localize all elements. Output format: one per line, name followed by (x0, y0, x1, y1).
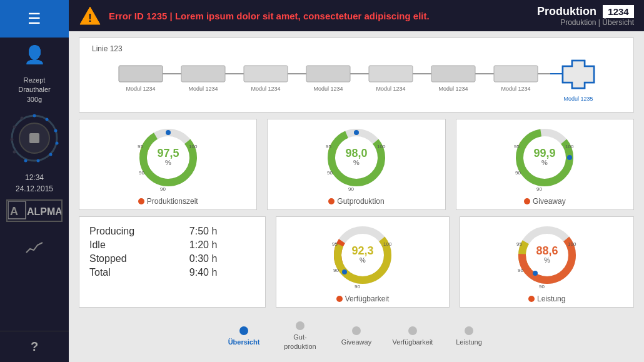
svg-text:99,9: 99,9 (534, 147, 556, 159)
svg-text:Modul 1234: Modul 1234 (376, 86, 405, 92)
gauge-svg-verfugbarkeit: 90 90 95 100 92,3 % (328, 221, 397, 289)
svg-text:90: 90 (139, 170, 144, 176)
gauges-area: 90 90 95 100 97,5 % (79, 119, 634, 308)
svg-rect-27 (369, 66, 413, 82)
svg-rect-23 (244, 66, 288, 82)
tab-ubersicht[interactable]: Übersicht (216, 324, 272, 349)
svg-point-70 (567, 155, 572, 160)
gauge-svg-gutproduktion: 90 90 95 100 98,0 % (322, 123, 391, 192)
menu-button[interactable]: ☰ (0, 0, 69, 38)
modules-svg: Modul 1234 Modul 1234 Modul 1234 Modul 1… (92, 58, 621, 105)
svg-point-4 (56, 142, 59, 145)
gauge-produktionszeit: 90 90 95 100 97,5 % (79, 119, 257, 210)
page-title: Produktion (537, 5, 596, 18)
tab-verfugbarkeit[interactable]: Verfügbarkeit (385, 324, 441, 349)
stats-value: 0:30 h (189, 252, 255, 266)
stats-label: Stopped (89, 252, 189, 266)
tab-dot-giveaway (352, 326, 361, 335)
tab-label-gutproduktion: Gut-produktion (284, 333, 316, 351)
line-title: Linie 123 (92, 44, 621, 53)
svg-text:Modul 1234: Modul 1234 (126, 86, 155, 92)
gauge-label-produktionszeit: Produktionszeit (138, 197, 198, 206)
svg-rect-21 (181, 66, 225, 82)
svg-text:98,0: 98,0 (345, 147, 367, 159)
svg-text:92,3: 92,3 (351, 244, 373, 257)
stats-value: 7:50 h (189, 224, 255, 238)
header-right: Produktion 1234 Produktion | Übersicht (537, 5, 634, 27)
breadcrumb: Produktion | Übersicht (560, 18, 634, 27)
svg-text:90: 90 (333, 268, 339, 273)
alpma-logo-svg: A ALPMA (8, 201, 61, 220)
alpma-logo: A ALPMA (6, 199, 63, 222)
stats-row: Stopped0:30 h (89, 252, 255, 266)
gauge-label-text-gutproduktion: Gutproduktion (337, 197, 384, 206)
svg-point-6 (37, 159, 40, 163)
svg-point-5 (49, 153, 53, 156)
svg-text:90: 90 (160, 186, 166, 192)
gauge-verfugbarkeit: 90 90 95 100 92,3 % Verfügbarkeit (276, 216, 450, 308)
svg-rect-13 (29, 133, 39, 143)
svg-text:90: 90 (355, 284, 360, 289)
time-display: 12:34 24.12.2015 (16, 172, 53, 194)
stats-card: Producing7:50 hIdle1:20 hStopped0:30 hTo… (79, 216, 266, 308)
stats-row: Total9:40 h (89, 266, 255, 279)
svg-point-11 (21, 117, 24, 120)
svg-rect-19 (119, 66, 163, 82)
tab-giveaway[interactable]: Giveaway (328, 324, 385, 349)
knob-svg[interactable] (9, 113, 59, 163)
svg-point-7 (24, 159, 28, 163)
gauge-label-giveaway: Giveaway (524, 197, 566, 206)
header-id: 1234 (603, 5, 634, 18)
gauge-svg-produktionszeit: 90 90 95 100 97,5 % (134, 123, 203, 192)
chart-icon (25, 240, 44, 255)
user-icon: 👤 (24, 44, 46, 65)
help-button[interactable]: ? (0, 331, 69, 362)
user-button[interactable]: 👤 (0, 38, 69, 72)
svg-text:%: % (165, 159, 171, 166)
stats-label: Idle (89, 238, 189, 252)
svg-text:88,6: 88,6 (536, 244, 558, 257)
svg-rect-29 (431, 66, 475, 82)
svg-text:90: 90 (327, 170, 333, 176)
svg-text:95: 95 (516, 241, 522, 247)
svg-rect-37 (563, 67, 593, 82)
help-icon: ? (31, 339, 38, 354)
svg-text:%: % (360, 256, 366, 264)
svg-text:%: % (544, 256, 550, 264)
hamburger-icon: ☰ (28, 11, 41, 26)
svg-text:95: 95 (514, 144, 520, 149)
svg-point-2 (46, 118, 49, 121)
recipe-label: Rezept Drauthaler 300g (13, 72, 55, 108)
tab-dot-gutproduktion (296, 321, 304, 330)
gauge-label-text-giveaway: Giveaway (533, 197, 566, 206)
stats-value: 1:20 h (189, 238, 255, 252)
header: ! Error ID 1235 | Lorem ipsum dolor sit … (69, 0, 644, 31)
gauge-svg-giveaway: 90 90 95 100 99,9 % (510, 123, 579, 192)
gauge-svg-wrap-verfugbarkeit: 90 90 95 100 92,3 % (328, 221, 397, 292)
svg-point-1 (33, 114, 36, 118)
stats-value: 9:40 h (189, 266, 255, 279)
gauge-label-text-produktionszeit: Produktionszeit (147, 197, 198, 206)
svg-text:Modul 1234: Modul 1234 (251, 86, 280, 92)
svg-text:100: 100 (189, 144, 198, 149)
knob-container (9, 113, 59, 163)
gauge-svg-leistung: 90 90 95 100 88,6 % (513, 221, 581, 289)
gauge-label-leistung: Leistung (528, 294, 565, 303)
tab-gutproduktion[interactable]: Gut-produktion (272, 319, 328, 353)
svg-point-3 (54, 129, 58, 133)
chart-button[interactable] (0, 232, 69, 263)
tab-leistung[interactable]: Leistung (441, 324, 497, 349)
gauge-label-gutproduktion: Gutproduktion (328, 197, 384, 206)
gauges-top-row: 90 90 95 100 97,5 % (79, 119, 634, 210)
svg-text:90: 90 (348, 186, 354, 192)
tab-dot-verfugbarkeit (408, 326, 417, 335)
gauge-svg-wrap-giveaway: 90 90 95 100 99,9 % (510, 123, 579, 194)
gauge-gutproduktion: 90 90 95 100 98,0 % Gutproduktion (267, 119, 445, 210)
svg-text:100: 100 (568, 241, 576, 247)
svg-text:100: 100 (565, 144, 574, 149)
gauge-giveaway: 90 90 95 100 99,9 % (456, 119, 634, 210)
svg-text:Modul 1234: Modul 1234 (313, 86, 343, 92)
warning-icon: ! (79, 6, 101, 26)
gauge-svg-wrap-gutproduktion: 90 90 95 100 98,0 % (322, 123, 391, 194)
alpma-text: ALPMA (27, 206, 61, 217)
